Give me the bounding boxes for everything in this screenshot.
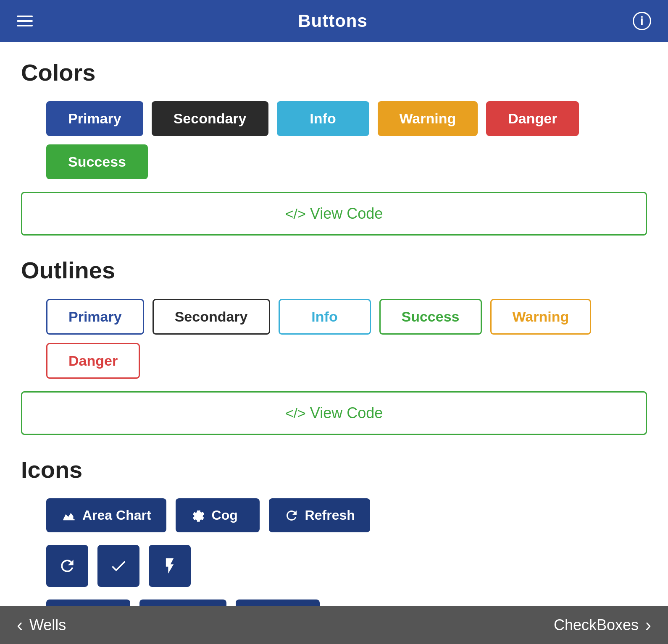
check-button[interactable] — [97, 545, 139, 587]
bolt-button[interactable] — [149, 545, 191, 587]
info-button[interactable]: Info — [277, 101, 369, 136]
rotate-button[interactable] — [46, 545, 88, 587]
outline-secondary-button[interactable]: Secondary — [153, 299, 270, 335]
secondary-button[interactable]: Secondary — [152, 101, 268, 136]
icons-row2 — [21, 545, 647, 587]
main-content: Colors Primary Secondary Info Warning Da… — [0, 42, 668, 644]
prev-nav-label: Wells — [29, 616, 66, 634]
page-title: Buttons — [298, 11, 368, 31]
next-arrow-icon: › — [645, 615, 651, 635]
cog-button[interactable]: Cog — [176, 498, 260, 532]
bolt-icon — [160, 557, 179, 575]
outlines-view-code[interactable]: </> View Code — [21, 391, 647, 435]
svg-rect-0 — [63, 519, 75, 520]
next-nav-label: CheckBoxes — [554, 616, 639, 634]
next-nav-item[interactable]: CheckBoxes › — [554, 615, 651, 635]
refresh-icon — [284, 508, 299, 523]
prev-arrow-icon: ‹ — [17, 615, 23, 635]
colors-view-code[interactable]: </> View Code — [21, 192, 647, 236]
colors-title: Colors — [21, 59, 647, 86]
cog-icon — [191, 508, 206, 523]
rotate-icon — [58, 557, 76, 575]
icons-title: Icons — [21, 456, 647, 483]
outline-danger-button[interactable]: Danger — [46, 343, 140, 379]
info-icon[interactable]: i — [633, 12, 651, 30]
prev-nav-item[interactable]: ‹ Wells — [17, 615, 66, 635]
bottom-navigation: ‹ Wells CheckBoxes › — [0, 606, 668, 644]
success-button[interactable]: Success — [46, 144, 148, 179]
outlines-button-group: Primary Secondary Info Success Warning D… — [21, 299, 647, 379]
colors-button-group: Primary Secondary Info Warning Danger Su… — [21, 101, 647, 179]
menu-icon[interactable] — [17, 16, 33, 26]
primary-button[interactable]: Primary — [46, 101, 143, 136]
outline-info-button[interactable]: Info — [279, 299, 371, 335]
area-chart-button[interactable]: Area Chart — [46, 498, 166, 532]
icons-row1: Area Chart Cog Refresh — [21, 498, 647, 532]
outlines-title: Outlines — [21, 257, 647, 284]
outline-primary-button[interactable]: Primary — [46, 299, 144, 335]
danger-button[interactable]: Danger — [486, 101, 579, 136]
outline-warning-button[interactable]: Warning — [490, 299, 592, 335]
colors-section: Colors Primary Secondary Info Warning Da… — [21, 59, 647, 236]
warning-button[interactable]: Warning — [378, 101, 478, 136]
outlines-section: Outlines Primary Secondary Info Success … — [21, 257, 647, 435]
outline-success-button[interactable]: Success — [379, 299, 482, 335]
app-header: Buttons i — [0, 0, 668, 42]
refresh-button[interactable]: Refresh — [269, 498, 370, 532]
area-chart-icon — [61, 508, 76, 523]
check-icon — [109, 557, 128, 575]
